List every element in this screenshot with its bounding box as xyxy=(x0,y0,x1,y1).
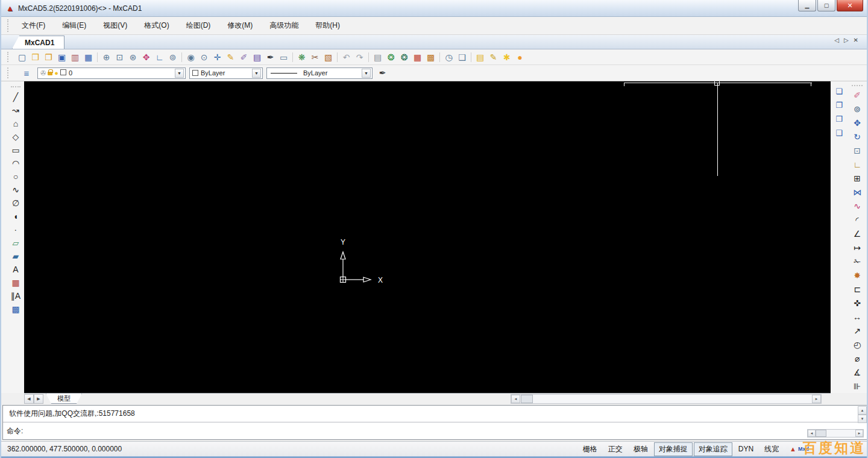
toggle-polar[interactable]: 极轴 xyxy=(629,442,653,456)
point-icon[interactable]: ∙ xyxy=(9,223,22,236)
print-icon[interactable]: ▤ xyxy=(371,51,384,63)
edit-pencil-icon[interactable]: ✎ xyxy=(487,51,500,63)
layer-manager-icon[interactable]: ≡ xyxy=(19,68,34,78)
options-icon[interactable]: ❋ xyxy=(295,51,308,63)
scroll-up-icon[interactable]: ▴ xyxy=(858,406,867,415)
menu-view[interactable]: 视图(V) xyxy=(97,18,133,33)
time-icon[interactable]: ◷ xyxy=(442,51,455,63)
stretch-icon[interactable]: ∿ xyxy=(851,199,864,213)
array-icon[interactable]: ⊞ xyxy=(851,172,864,185)
model-tab[interactable]: 模型 xyxy=(46,394,82,404)
web-publish-icon[interactable]: ❂ xyxy=(385,51,397,63)
erase-icon[interactable]: ✐ xyxy=(851,89,864,102)
copy-icon[interactable]: ⊚ xyxy=(851,102,864,116)
canvas-horizontal-scrollbar[interactable]: ◂ ▸ xyxy=(511,394,822,404)
mirror-icon[interactable]: ⋈ xyxy=(851,186,864,199)
chevron-down-icon[interactable]: ▼ xyxy=(252,69,261,78)
offset-icon[interactable]: ∟ xyxy=(851,158,864,171)
quickcalc-icon[interactable]: ▤ xyxy=(474,51,486,63)
command-input[interactable]: 命令: xyxy=(3,422,867,439)
toggle-osnap[interactable]: 对象捕捉 xyxy=(654,442,693,456)
toggle-grid[interactable]: 栅格 xyxy=(578,442,602,456)
menu-edit[interactable]: 编辑(E) xyxy=(56,18,92,33)
break-point-icon[interactable]: ✜ xyxy=(851,296,864,310)
document-tab[interactable]: MxCAD1 xyxy=(12,36,64,49)
paste-clip-icon[interactable]: ❒ xyxy=(833,113,846,125)
zoom-previous-icon[interactable]: ⊕ xyxy=(100,51,113,63)
menu-draw[interactable]: 绘图(D) xyxy=(180,18,217,33)
rectangle-icon[interactable]: ▭ xyxy=(9,143,22,156)
dim-aligned-icon[interactable]: ↗ xyxy=(851,324,864,337)
ellipse-arc-icon[interactable]: ◖ xyxy=(9,210,22,222)
ellipse-icon[interactable]: ∅ xyxy=(9,196,22,209)
save-all-icon[interactable]: ▦ xyxy=(82,51,95,63)
separator[interactable] xyxy=(180,51,184,63)
zoom-realtime-icon[interactable]: ◉ xyxy=(184,51,197,63)
create-block-icon[interactable]: ▰ xyxy=(9,249,22,262)
chevron-down-icon[interactable]: ▼ xyxy=(175,69,184,78)
tab-nav-right-icon[interactable]: ▶ xyxy=(34,394,43,404)
tab-scroll-right-icon[interactable]: ▷ xyxy=(844,37,849,43)
hatch-icon[interactable]: ▩ xyxy=(9,303,22,315)
find-icon[interactable]: ❑ xyxy=(456,51,468,63)
circle-icon[interactable]: ○ xyxy=(9,170,22,183)
copy-base-icon[interactable]: ❐ xyxy=(833,99,846,111)
layers-icon[interactable]: ▤ xyxy=(251,51,263,63)
break-icon[interactable]: ⊏ xyxy=(851,283,864,296)
trim-icon[interactable]: ✁ xyxy=(851,255,864,268)
fillet-icon[interactable]: ◜ xyxy=(851,213,864,227)
menu-file[interactable]: 文件(F) xyxy=(16,18,51,33)
command-horizontal-scrollbar[interactable]: ◂ ▸ xyxy=(807,429,864,438)
favorite-icon[interactable]: ✱ xyxy=(500,51,513,63)
explode-icon[interactable]: ✸ xyxy=(851,269,864,282)
scroll-left-icon[interactable]: ◂ xyxy=(808,430,816,437)
etransmit-icon[interactable]: ❂ xyxy=(398,51,410,63)
copy-clip-icon[interactable]: ❏ xyxy=(833,85,846,98)
dim-linear-icon[interactable]: ↔ xyxy=(851,310,864,324)
insert-block-icon[interactable]: ▱ xyxy=(9,236,22,249)
menu-advanced[interactable]: 高级功能 xyxy=(263,18,304,33)
color-combo[interactable]: ByLayer ▼ xyxy=(189,67,263,79)
menu-modify[interactable]: 修改(M) xyxy=(221,18,259,33)
image-frame-icon[interactable]: ▧ xyxy=(322,51,335,63)
menu-help[interactable]: 帮助(H) xyxy=(309,18,346,33)
canvas[interactable]: Y X xyxy=(24,81,831,393)
line-icon[interactable]: ╱ xyxy=(9,90,22,103)
toggle-lineweight[interactable]: 线宽 xyxy=(760,442,784,456)
layer-combo[interactable]: ✇● 0 ▼ xyxy=(37,67,186,79)
linewidth-icon[interactable]: ✒ xyxy=(264,51,277,63)
dim-angular-icon[interactable]: ∡ xyxy=(851,366,864,379)
toggle-otrack[interactable]: 对象追踪 xyxy=(694,442,732,456)
zoom-dynamic-icon[interactable]: ⊚ xyxy=(166,51,179,63)
scroll-right-icon[interactable]: ▸ xyxy=(855,430,863,437)
pan-point-icon[interactable]: ✥ xyxy=(140,51,153,63)
scroll-right-icon[interactable]: ▸ xyxy=(812,395,821,403)
toggle-ortho[interactable]: 正交 xyxy=(603,442,627,456)
save-icon[interactable]: ▣ xyxy=(55,51,68,63)
dim-radius-icon[interactable]: ◴ xyxy=(851,338,864,351)
scale-icon[interactable]: ⊡ xyxy=(851,144,864,157)
zoom-window-icon[interactable]: ⊡ xyxy=(113,51,126,63)
pan-icon[interactable]: ✛ xyxy=(211,51,224,63)
dim-diameter-icon[interactable]: ⌀ xyxy=(851,352,864,365)
dim-baseline-icon[interactable]: ⊪ xyxy=(851,380,864,393)
chamfer-icon[interactable]: ∠ xyxy=(851,227,864,240)
chevron-down-icon[interactable]: ▼ xyxy=(362,69,371,78)
arc-icon[interactable]: ◠ xyxy=(9,157,22,169)
match-properties-icon[interactable]: ✒ xyxy=(376,67,389,80)
maximize-button[interactable]: ▢ xyxy=(817,0,835,11)
new-file-icon[interactable]: ▢ xyxy=(16,51,28,63)
viewport-icon[interactable]: ▭ xyxy=(277,51,290,63)
open-file-icon[interactable]: ❒ xyxy=(29,51,42,63)
polyline-icon[interactable]: ↝ xyxy=(9,104,22,116)
plot-preview-icon[interactable]: ▥ xyxy=(69,51,81,63)
mtext-icon[interactable]: ∥A xyxy=(9,289,22,302)
separator[interactable] xyxy=(291,51,295,63)
paste-block-icon[interactable]: ❑ xyxy=(833,127,846,139)
export-image-icon[interactable]: ▩ xyxy=(424,51,437,63)
sketch-icon[interactable]: ✎ xyxy=(224,51,237,63)
ucs-icon[interactable]: ∟ xyxy=(153,51,166,63)
minimize-button[interactable]: ▁ xyxy=(798,0,816,11)
separator[interactable] xyxy=(335,51,339,63)
zoom-scale-icon[interactable]: ⊙ xyxy=(198,51,210,63)
